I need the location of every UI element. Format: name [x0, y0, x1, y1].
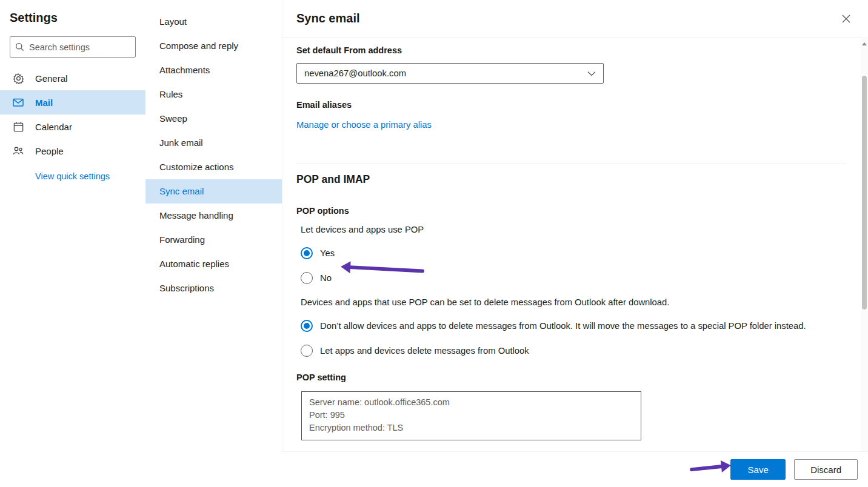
pop-setting-label: POP setting — [296, 373, 846, 382]
radio-option-label: Don’t allow devices and apps to delete m… — [320, 321, 806, 331]
sidebar-item-people[interactable]: People — [0, 139, 145, 163]
menu-item-subscriptions[interactable]: Subscriptions — [145, 276, 282, 300]
calendar-icon — [11, 121, 25, 133]
panel-header: Sync email — [282, 0, 868, 37]
pop-options-label: POP options — [296, 206, 846, 216]
use-pop-label: Let devices and apps use POP — [301, 225, 846, 234]
discard-button[interactable]: Discard — [794, 459, 858, 480]
section-divider — [296, 164, 846, 164]
search-box[interactable] — [10, 36, 136, 58]
menu-item-message-handling[interactable]: Message handling — [145, 204, 282, 228]
from-address-label: Set default From address — [296, 45, 846, 55]
menu-item-rules[interactable]: Rules — [145, 82, 282, 107]
gear-icon — [11, 73, 25, 84]
view-quick-settings-link[interactable]: View quick settings — [35, 171, 110, 181]
sidebar-item-label: Mail — [35, 98, 53, 108]
settings-sidebar: Settings General Mail Calendar — [0, 0, 145, 487]
menu-item-sweep[interactable]: Sweep — [145, 107, 282, 131]
mail-icon — [11, 96, 25, 108]
search-input[interactable] — [29, 42, 142, 52]
people-icon — [11, 145, 25, 157]
save-button[interactable]: Save — [730, 459, 786, 480]
radio-option-no[interactable]: No — [301, 272, 846, 284]
radio-unselected-icon[interactable] — [301, 345, 313, 357]
pop-server-line: Server name: outlook.office365.com — [309, 396, 633, 409]
pop-encryption-line: Encryption method: TLS — [309, 422, 633, 434]
email-aliases-label: Email aliases — [296, 100, 846, 110]
menu-item-attachments[interactable]: Attachments — [145, 58, 282, 82]
menu-item-compose-and-reply[interactable]: Compose and reply — [145, 34, 282, 58]
panel-footer: Save Discard — [282, 451, 868, 487]
radio-option-label: Yes — [320, 248, 335, 258]
menu-item-junk-email[interactable]: Junk email — [145, 131, 282, 155]
panel-title: Sync email — [296, 12, 360, 25]
sync-email-panel: Sync email Set default From address neve… — [282, 0, 868, 487]
chevron-down-icon — [587, 71, 596, 76]
radio-option-allow-delete[interactable]: Let apps and devices delete messages fro… — [301, 345, 846, 357]
menu-item-customize-actions[interactable]: Customize actions — [145, 155, 282, 179]
sidebar-nav: General Mail Calendar People — [0, 66, 145, 163]
sidebar-item-mail[interactable]: Mail — [0, 90, 145, 114]
mail-settings-menu: Layout Compose and reply Attachments Rul… — [145, 0, 282, 487]
radio-option-label: No — [320, 273, 332, 283]
panel-content: Set default From address nevena267@outlo… — [282, 37, 861, 451]
menu-item-automatic-replies[interactable]: Automatic replies — [145, 252, 282, 276]
manage-alias-link[interactable]: Manage or choose a primary alias — [296, 120, 432, 130]
pop-and-imap-title: POP and IMAP — [296, 173, 846, 186]
radio-selected-icon[interactable] — [301, 320, 313, 332]
scrollbar[interactable] — [861, 37, 868, 451]
search-icon — [15, 42, 24, 51]
menu-item-forwarding[interactable]: Forwarding — [145, 228, 282, 252]
radio-unselected-icon[interactable] — [301, 272, 313, 284]
scroll-up-button[interactable] — [861, 37, 868, 45]
sidebar-item-label: People — [35, 146, 64, 156]
menu-item-layout[interactable]: Layout — [145, 10, 282, 34]
radio-option-dont-allow-delete[interactable]: Don’t allow devices and apps to delete m… — [301, 320, 846, 332]
settings-page-title: Settings — [10, 11, 145, 25]
scrollbar-thumb[interactable] — [862, 76, 867, 310]
radio-option-label: Let apps and devices delete messages fro… — [320, 346, 529, 356]
radio-selected-icon[interactable] — [301, 247, 313, 259]
from-address-dropdown[interactable]: nevena267@outlook.com — [296, 63, 604, 84]
menu-item-sync-email[interactable]: Sync email — [145, 179, 282, 204]
radio-option-yes[interactable]: Yes — [301, 247, 846, 259]
sidebar-item-general[interactable]: General — [0, 66, 145, 90]
pop-delete-description: Devices and apps that use POP can be set… — [301, 297, 846, 307]
close-icon — [842, 15, 850, 23]
pop-port-line: Port: 995 — [309, 409, 633, 422]
close-button[interactable] — [839, 12, 853, 26]
pop-settings-box: Server name: outlook.office365.com Port:… — [301, 391, 641, 440]
sidebar-item-label: Calendar — [35, 122, 72, 132]
sidebar-item-label: General — [35, 73, 67, 84]
sidebar-item-calendar[interactable]: Calendar — [0, 114, 145, 139]
from-address-value: nevena267@outlook.com — [304, 68, 406, 78]
